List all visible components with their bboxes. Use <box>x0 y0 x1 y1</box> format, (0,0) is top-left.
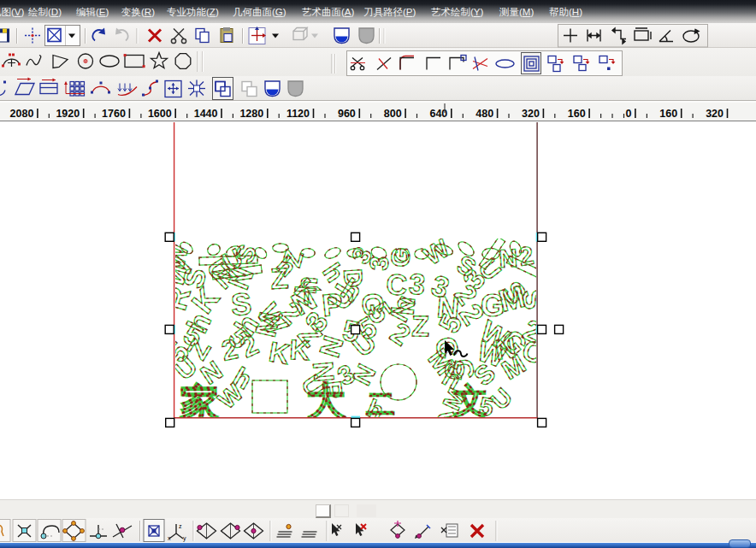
menu-4[interactable]: 专业功能(Z) <box>167 6 219 19</box>
menu-8[interactable]: 艺术绘制(Y) <box>431 6 483 19</box>
menubar: 视图(V)绘制(D)编辑(E)变换(R)专业功能(Z)几何曲面(G)艺术曲面(A… <box>0 0 756 23</box>
svg-text:K: K <box>289 333 311 366</box>
svg-text:1600: 1600 <box>148 108 172 120</box>
menu-6[interactable]: 艺术曲面(A) <box>302 6 354 19</box>
svg-text:G: G <box>386 246 415 268</box>
svg-text:x: x <box>168 535 171 541</box>
svg-text:0: 0 <box>625 108 631 120</box>
svg-text:1440: 1440 <box>194 108 218 120</box>
svg-text:960: 960 <box>338 108 356 120</box>
menu-5[interactable]: 几何曲面(G) <box>233 6 286 19</box>
canvas-drawing: WUUShZhD33GWSUN2WSNNZKhhGC3323SSRKSW2NPU… <box>0 121 756 499</box>
menu-3[interactable]: 变换(R) <box>121 6 155 19</box>
svg-text:1920: 1920 <box>56 108 80 120</box>
svg-text:160: 160 <box>659 108 677 120</box>
svg-text:2: 2 <box>517 241 535 271</box>
menu-7[interactable]: 刀具路径(P) <box>363 6 416 19</box>
svg-text:160: 160 <box>568 108 586 120</box>
svg-text:1760: 1760 <box>102 108 126 120</box>
svg-text:Z: Z <box>411 309 429 342</box>
menu-2[interactable]: 编辑(E) <box>76 6 109 19</box>
svg-text:2080: 2080 <box>10 108 34 120</box>
menu-1[interactable]: 绘制(D) <box>28 6 62 19</box>
svg-text:800: 800 <box>384 108 402 120</box>
svg-text:N: N <box>499 244 518 273</box>
menu-0[interactable]: 视图(V) <box>0 6 24 19</box>
svg-text:1280: 1280 <box>239 108 263 120</box>
svg-text:1120: 1120 <box>286 108 310 120</box>
hscroll <box>0 499 756 518</box>
svg-text:W: W <box>419 233 455 270</box>
svg-text:y: y <box>183 535 186 542</box>
scroll-thumb[interactable] <box>316 504 331 518</box>
cad-application: 视图(V)绘制(D)编辑(E)变换(R)专业功能(Z)几何曲面(G)艺术曲面(A… <box>0 0 756 548</box>
svg-text:文: 文 <box>453 381 487 419</box>
svg-text:二: 二 <box>366 387 395 420</box>
menu-10[interactable]: 帮助(H) <box>549 6 582 19</box>
svg-text:大: 大 <box>306 379 346 423</box>
menu-9[interactable]: 测量(M) <box>499 6 534 19</box>
svg-text:320: 320 <box>706 108 724 120</box>
svg-text:320: 320 <box>522 108 540 120</box>
svg-text:Z: Z <box>269 262 289 295</box>
svg-text:480: 480 <box>475 108 493 120</box>
svg-text:z: z <box>179 523 182 529</box>
